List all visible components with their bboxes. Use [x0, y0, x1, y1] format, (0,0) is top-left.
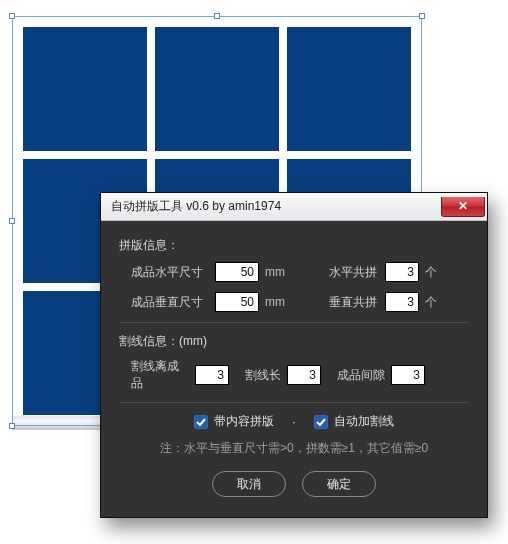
dialog-titlebar[interactable]: 自动拼版工具 v0.6 by amin1974 ✕ [101, 193, 487, 221]
checkbox-auto-cut-label: 自动加割线 [334, 413, 394, 430]
checkbox-with-content-label: 带内容拼版 [214, 413, 274, 430]
dialog-buttons: 取消 确定 [119, 471, 469, 497]
unit-count: 个 [425, 264, 437, 281]
input-vcount[interactable] [385, 292, 419, 312]
dialog-body: 拼版信息： 成品水平尺寸 mm 水平共拼 个 成品垂直尺寸 mm 垂直共拼 个 … [101, 221, 487, 517]
section-divider [119, 402, 469, 403]
checkbox-auto-cut-box [314, 415, 328, 429]
resize-handle-bl[interactable] [9, 423, 15, 429]
hint-text: 注：水平与垂直尺寸需>0，拼数需≥1，其它值需≥0 [119, 440, 469, 457]
checkbox-with-content[interactable]: 带内容拼版 [194, 413, 274, 430]
imposition-dialog: 自动拼版工具 v0.6 by amin1974 ✕ 拼版信息： 成品水平尺寸 m… [100, 192, 488, 518]
check-icon [316, 417, 326, 427]
close-icon: ✕ [458, 200, 468, 212]
checkbox-row: 带内容拼版 · 自动加割线 [119, 413, 469, 430]
unit-mm: mm [265, 295, 285, 309]
grid-cell [23, 27, 147, 151]
input-cut-length[interactable] [287, 365, 321, 385]
section-divider [119, 322, 469, 323]
resize-handle-tr[interactable] [419, 13, 425, 19]
grid-cell [155, 27, 279, 151]
row-vsize: 成品垂直尺寸 mm 垂直共拼 个 [119, 292, 469, 312]
unit-mm: mm [265, 265, 285, 279]
label-vsize: 成品垂直尺寸 [119, 294, 215, 311]
input-vsize[interactable] [215, 292, 259, 312]
ok-button[interactable]: 确定 [302, 471, 376, 497]
close-button[interactable]: ✕ [441, 197, 485, 217]
row-cutinfo: 割线离成品 割线长 成品间隙 [119, 358, 469, 392]
input-gap[interactable] [391, 365, 425, 385]
label-cut-length: 割线长 [235, 367, 281, 384]
layout-section-label: 拼版信息： [119, 237, 469, 254]
grid-cell [287, 27, 411, 151]
checkbox-auto-cut[interactable]: 自动加割线 [314, 413, 394, 430]
check-icon [196, 417, 206, 427]
unit-count: 个 [425, 294, 437, 311]
checkbox-with-content-box [194, 415, 208, 429]
label-vcount: 垂直共拼 [307, 294, 377, 311]
cancel-button[interactable]: 取消 [212, 471, 286, 497]
label-hcount: 水平共拼 [307, 264, 377, 281]
row-hsize: 成品水平尺寸 mm 水平共拼 个 [119, 262, 469, 282]
input-hsize[interactable] [215, 262, 259, 282]
cut-section-label: 割线信息：(mm) [119, 333, 469, 350]
label-gap: 成品间隙 [327, 367, 385, 384]
separator-dot: · [292, 415, 295, 429]
label-hsize: 成品水平尺寸 [119, 264, 215, 281]
dialog-title: 自动拼版工具 v0.6 by amin1974 [111, 198, 281, 215]
resize-handle-t[interactable] [214, 13, 220, 19]
resize-handle-tl[interactable] [9, 13, 15, 19]
resize-handle-l[interactable] [9, 218, 15, 224]
input-cut-offset[interactable] [195, 365, 229, 385]
input-hcount[interactable] [385, 262, 419, 282]
label-cut-offset: 割线离成品 [131, 358, 189, 392]
